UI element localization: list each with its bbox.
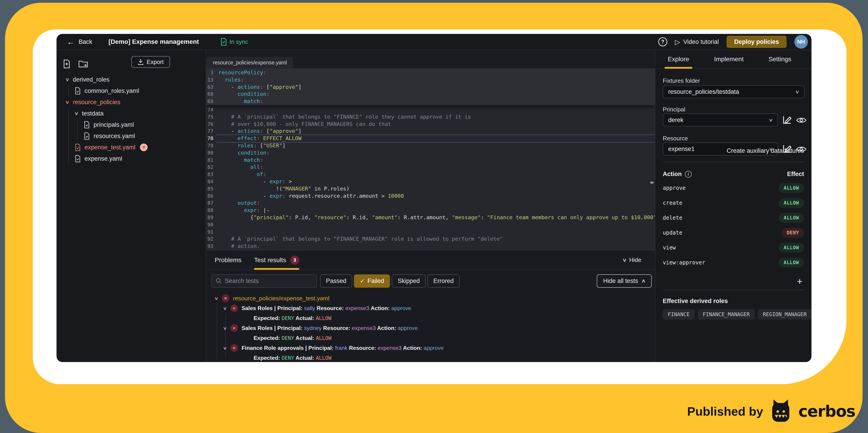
filter-chip-label: Skipped	[398, 278, 420, 284]
tree-item-resources.yaml[interactable]: resources.yaml	[57, 130, 206, 142]
line-number: 74	[206, 106, 217, 114]
code-line-92[interactable]: 92 # A `principal` that belongs to "FINA…	[206, 236, 655, 243]
code-line-78[interactable]: 78 effect: EFFECT_ALLOW	[206, 135, 655, 142]
create-aux-fixtures-link[interactable]: Create auxiliary data fixtures	[727, 147, 804, 154]
file-icon	[74, 155, 81, 162]
editor-tab-expense-yaml[interactable]: resource_policies/expense.yaml	[207, 57, 293, 68]
published-by-footer: Published by cerbos	[687, 400, 855, 423]
code-line-91[interactable]: 91	[206, 228, 655, 236]
line-number: 3	[206, 69, 217, 76]
effect-badge: ALLOW	[779, 258, 804, 268]
tab-implement[interactable]: Implement	[714, 50, 744, 68]
line-number: 90	[206, 221, 217, 228]
code-line-76[interactable]: 76 # over $10,000 - only FINANCE_MANAGER…	[206, 121, 655, 128]
code-line-74[interactable]: 74	[206, 106, 655, 114]
search-tests-box	[211, 274, 317, 288]
code-text: - expr: request.resource.attr.amount > 1…	[217, 192, 404, 200]
line-number: 91	[206, 228, 217, 236]
help-icon[interactable]: ?	[658, 37, 667, 46]
deploy-label: Deploy policies	[734, 38, 779, 45]
tree-item-expense.yaml[interactable]: expense.yaml	[57, 153, 206, 164]
code-line-93[interactable]: 93 # action.	[206, 243, 655, 250]
action-row-view: viewALLOW	[663, 240, 804, 255]
tab-problems[interactable]: Problems	[215, 251, 241, 269]
tree-item-expense_test.yaml[interactable]: expense_test.yaml×	[57, 142, 206, 153]
avatar[interactable]: NH	[794, 35, 808, 49]
failed-count-badge: 3	[290, 256, 299, 265]
code-line-82[interactable]: 82 all:	[206, 164, 655, 171]
code-line-83[interactable]: 83 of:	[206, 171, 655, 178]
principal-select[interactable]: derek ∨	[663, 114, 778, 127]
tab-settings[interactable]: Settings	[769, 50, 792, 68]
tree-item-resource_policies[interactable]: ∨resource_policies	[57, 96, 206, 108]
code-line-84[interactable]: 84 - expr: >	[206, 178, 655, 185]
new-file-icon[interactable]	[63, 60, 70, 69]
filter-chip-passed[interactable]: Passed	[320, 274, 352, 288]
code-line-13[interactable]: 13 rules:	[206, 76, 655, 84]
test-case-row[interactable]: ∨×Sales Roles | Principal: sally Resourc…	[206, 303, 655, 313]
line-number: 77	[206, 128, 217, 135]
code-line-68[interactable]: 68 condition:	[206, 91, 655, 98]
sync-status: In sync	[220, 38, 248, 45]
action-row-create: createALLOW	[663, 195, 804, 210]
tree-item-common_roles.yaml[interactable]: common_roles.yaml	[57, 85, 206, 96]
code-line-88[interactable]: 88 expr: |-	[206, 207, 655, 214]
text: Resource:	[347, 345, 377, 351]
edit-principal-icon[interactable]	[782, 115, 792, 125]
tree-item-principals.yaml[interactable]: principals.yaml	[57, 119, 206, 130]
test-file-label: resource_policies/expense_test.yaml	[233, 295, 329, 302]
text: Actual:	[294, 355, 316, 361]
tree-item-testdata[interactable]: ∨testdata	[57, 108, 206, 119]
editor-tab-label: resource_policies/expense.yaml	[213, 60, 287, 66]
code-line-69[interactable]: 69 match:	[206, 98, 655, 105]
new-folder-icon[interactable]	[79, 60, 88, 69]
effect-badge: ALLOW	[779, 213, 804, 223]
hide-all-tests-button[interactable]: Hide all tests ∧	[597, 274, 652, 288]
code-line-90[interactable]: 90	[206, 221, 655, 228]
brand-wordmark: cerbos	[798, 402, 855, 421]
code-line-80[interactable]: 80 condition:	[206, 149, 655, 157]
tree-item-label: common_roles.yaml	[85, 88, 139, 94]
editor-tabstrip: resource_policies/expense.yaml	[206, 50, 655, 69]
resource-value: expense3	[378, 345, 402, 351]
expected-value: DENY	[282, 335, 294, 341]
tree-item-derived_roles[interactable]: ∨derived_roles	[57, 74, 206, 85]
search-icon	[216, 278, 221, 284]
fixtures-folder-value: resource_policies/testdata	[668, 88, 739, 95]
test-case-row[interactable]: ∨×Sales Roles | Principal: sydney Resour…	[206, 323, 655, 333]
tab-explore[interactable]: Explore	[668, 50, 689, 68]
test-file-row[interactable]: ∨×resource_policies/expense_test.yaml	[206, 293, 655, 303]
code-line-85[interactable]: 85 !("MANAGER" in P.roles)	[206, 185, 655, 192]
code-line-87[interactable]: 87 output:	[206, 199, 655, 207]
code-line-75[interactable]: 75 # A `principal` that belongs to "FINA…	[206, 114, 655, 121]
export-button[interactable]: Export	[131, 56, 170, 68]
code-text: of:	[217, 171, 266, 178]
back-button[interactable]: ← Back	[67, 37, 92, 46]
code-line-86[interactable]: 86 - expr: request.resource.attr.amount …	[206, 192, 655, 200]
hide-panel-button[interactable]: ∨ Hide	[623, 256, 641, 264]
fixtures-folder-select[interactable]: resource_policies/testdata ∨	[663, 85, 804, 98]
derived-role-pill: REGION_MANAGER	[758, 309, 811, 319]
test-panel-tabs: Problems Test results 3 ∨ Hide	[206, 251, 655, 270]
add-action-button[interactable]: +	[797, 277, 802, 286]
view-principal-eye-icon[interactable]	[796, 116, 806, 126]
code-line-81[interactable]: 81 match:	[206, 157, 655, 164]
video-tutorial-button[interactable]: ▷ Video tutorial	[675, 38, 719, 46]
test-case-row[interactable]: ∨×Finance Role approvals | Principal: fr…	[206, 343, 655, 353]
filter-chip-skipped[interactable]: Skipped	[392, 274, 426, 288]
code-line-3[interactable]: 3resourcePolicy:	[206, 69, 655, 76]
tab-test-results[interactable]: Test results 3	[254, 251, 299, 269]
filter-chip-errored[interactable]: Errored	[428, 274, 460, 288]
search-tests-input[interactable]	[225, 278, 312, 284]
test-list: ∨×resource_policies/expense_test.yaml∨×S…	[206, 293, 655, 362]
file-icon	[74, 144, 81, 151]
text: Resource:	[322, 325, 352, 331]
filter-chip-failed[interactable]: ✓Failed	[354, 274, 390, 288]
code-editor[interactable]: 3resourcePolicy:13 rules:63 - actions: […	[206, 69, 655, 250]
code-line-63[interactable]: 63 - actions: ["approve"]	[206, 84, 655, 91]
code-line-79[interactable]: 79 roles: ["USER"]	[206, 142, 655, 149]
code-line-89[interactable]: 89 {"principal": P.id, "resource": R.id,…	[206, 214, 655, 221]
code-line-77[interactable]: 77 - actions: ["approve"]	[206, 128, 655, 135]
info-icon[interactable]: i	[685, 171, 692, 178]
deploy-policies-button[interactable]: Deploy policies	[726, 36, 786, 48]
